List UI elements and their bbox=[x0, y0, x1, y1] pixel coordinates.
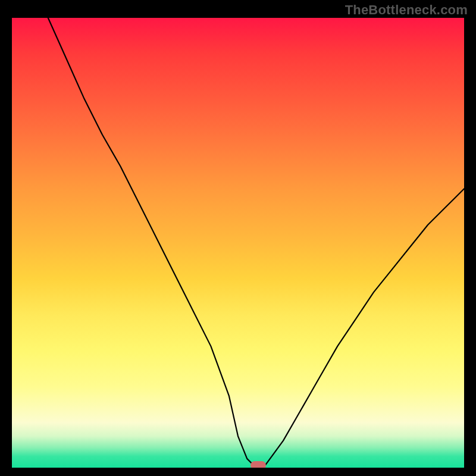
curve-svg bbox=[12, 18, 464, 468]
watermark-text: TheBottleneck.com bbox=[345, 2, 468, 18]
bottleneck-curve-path bbox=[48, 18, 464, 465]
optimal-marker bbox=[250, 461, 266, 468]
chart-frame: TheBottleneck.com bbox=[0, 0, 476, 476]
plot-area bbox=[12, 18, 464, 468]
